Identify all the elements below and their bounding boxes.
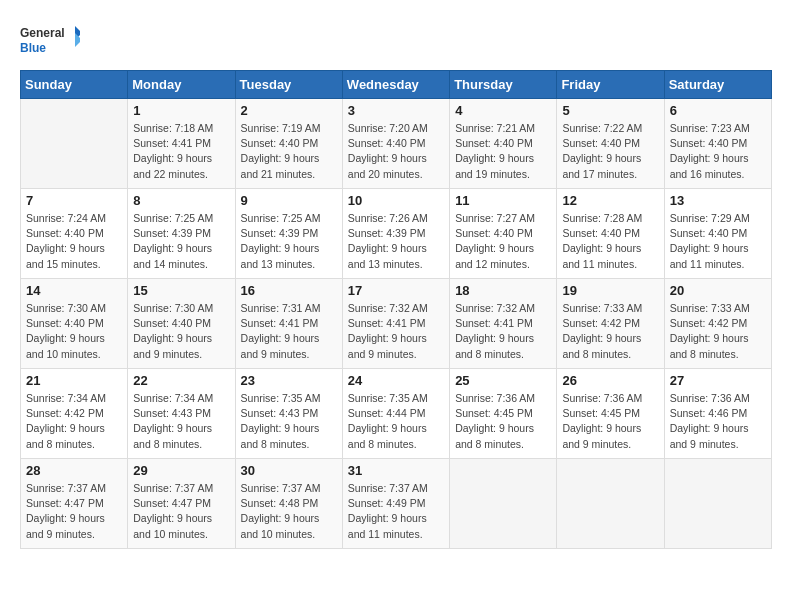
day-info: Sunrise: 7:37 AM Sunset: 4:49 PM Dayligh… [348, 481, 444, 542]
day-header-saturday: Saturday [664, 71, 771, 99]
day-number: 30 [241, 463, 337, 478]
calendar-cell: 30Sunrise: 7:37 AM Sunset: 4:48 PM Dayli… [235, 459, 342, 549]
calendar-cell: 1Sunrise: 7:18 AM Sunset: 4:41 PM Daylig… [128, 99, 235, 189]
day-header-thursday: Thursday [450, 71, 557, 99]
calendar-cell: 11Sunrise: 7:27 AM Sunset: 4:40 PM Dayli… [450, 189, 557, 279]
calendar-week-row: 1Sunrise: 7:18 AM Sunset: 4:41 PM Daylig… [21, 99, 772, 189]
day-info: Sunrise: 7:37 AM Sunset: 4:47 PM Dayligh… [133, 481, 229, 542]
calendar-cell: 29Sunrise: 7:37 AM Sunset: 4:47 PM Dayli… [128, 459, 235, 549]
calendar-cell: 28Sunrise: 7:37 AM Sunset: 4:47 PM Dayli… [21, 459, 128, 549]
svg-text:General: General [20, 26, 65, 40]
logo: General Blue [20, 20, 80, 60]
day-number: 4 [455, 103, 551, 118]
page-header: General Blue [20, 20, 772, 60]
day-info: Sunrise: 7:28 AM Sunset: 4:40 PM Dayligh… [562, 211, 658, 272]
day-number: 3 [348, 103, 444, 118]
calendar-cell: 23Sunrise: 7:35 AM Sunset: 4:43 PM Dayli… [235, 369, 342, 459]
calendar-cell: 25Sunrise: 7:36 AM Sunset: 4:45 PM Dayli… [450, 369, 557, 459]
day-info: Sunrise: 7:33 AM Sunset: 4:42 PM Dayligh… [562, 301, 658, 362]
day-number: 8 [133, 193, 229, 208]
day-number: 23 [241, 373, 337, 388]
day-info: Sunrise: 7:35 AM Sunset: 4:44 PM Dayligh… [348, 391, 444, 452]
day-info: Sunrise: 7:25 AM Sunset: 4:39 PM Dayligh… [241, 211, 337, 272]
calendar-cell: 22Sunrise: 7:34 AM Sunset: 4:43 PM Dayli… [128, 369, 235, 459]
day-info: Sunrise: 7:20 AM Sunset: 4:40 PM Dayligh… [348, 121, 444, 182]
calendar-week-row: 14Sunrise: 7:30 AM Sunset: 4:40 PM Dayli… [21, 279, 772, 369]
calendar-cell: 26Sunrise: 7:36 AM Sunset: 4:45 PM Dayli… [557, 369, 664, 459]
calendar-cell [664, 459, 771, 549]
day-info: Sunrise: 7:30 AM Sunset: 4:40 PM Dayligh… [133, 301, 229, 362]
calendar-table: SundayMondayTuesdayWednesdayThursdayFrid… [20, 70, 772, 549]
day-info: Sunrise: 7:22 AM Sunset: 4:40 PM Dayligh… [562, 121, 658, 182]
day-header-friday: Friday [557, 71, 664, 99]
day-header-tuesday: Tuesday [235, 71, 342, 99]
day-info: Sunrise: 7:18 AM Sunset: 4:41 PM Dayligh… [133, 121, 229, 182]
calendar-cell: 31Sunrise: 7:37 AM Sunset: 4:49 PM Dayli… [342, 459, 449, 549]
day-info: Sunrise: 7:27 AM Sunset: 4:40 PM Dayligh… [455, 211, 551, 272]
day-info: Sunrise: 7:35 AM Sunset: 4:43 PM Dayligh… [241, 391, 337, 452]
calendar-cell: 6Sunrise: 7:23 AM Sunset: 4:40 PM Daylig… [664, 99, 771, 189]
calendar-cell [21, 99, 128, 189]
calendar-cell: 15Sunrise: 7:30 AM Sunset: 4:40 PM Dayli… [128, 279, 235, 369]
day-info: Sunrise: 7:36 AM Sunset: 4:46 PM Dayligh… [670, 391, 766, 452]
day-info: Sunrise: 7:37 AM Sunset: 4:48 PM Dayligh… [241, 481, 337, 542]
day-number: 2 [241, 103, 337, 118]
calendar-cell: 24Sunrise: 7:35 AM Sunset: 4:44 PM Dayli… [342, 369, 449, 459]
calendar-cell: 10Sunrise: 7:26 AM Sunset: 4:39 PM Dayli… [342, 189, 449, 279]
calendar-cell: 2Sunrise: 7:19 AM Sunset: 4:40 PM Daylig… [235, 99, 342, 189]
day-number: 24 [348, 373, 444, 388]
calendar-cell [450, 459, 557, 549]
calendar-cell: 14Sunrise: 7:30 AM Sunset: 4:40 PM Dayli… [21, 279, 128, 369]
calendar-cell: 27Sunrise: 7:36 AM Sunset: 4:46 PM Dayli… [664, 369, 771, 459]
calendar-cell: 9Sunrise: 7:25 AM Sunset: 4:39 PM Daylig… [235, 189, 342, 279]
day-number: 17 [348, 283, 444, 298]
calendar-header-row: SundayMondayTuesdayWednesdayThursdayFrid… [21, 71, 772, 99]
svg-text:Blue: Blue [20, 41, 46, 55]
day-info: Sunrise: 7:37 AM Sunset: 4:47 PM Dayligh… [26, 481, 122, 542]
day-number: 15 [133, 283, 229, 298]
day-info: Sunrise: 7:32 AM Sunset: 4:41 PM Dayligh… [455, 301, 551, 362]
calendar-cell: 13Sunrise: 7:29 AM Sunset: 4:40 PM Dayli… [664, 189, 771, 279]
day-info: Sunrise: 7:34 AM Sunset: 4:42 PM Dayligh… [26, 391, 122, 452]
day-number: 5 [562, 103, 658, 118]
day-info: Sunrise: 7:34 AM Sunset: 4:43 PM Dayligh… [133, 391, 229, 452]
day-info: Sunrise: 7:33 AM Sunset: 4:42 PM Dayligh… [670, 301, 766, 362]
calendar-cell: 19Sunrise: 7:33 AM Sunset: 4:42 PM Dayli… [557, 279, 664, 369]
day-number: 28 [26, 463, 122, 478]
day-number: 7 [26, 193, 122, 208]
day-number: 16 [241, 283, 337, 298]
day-number: 25 [455, 373, 551, 388]
day-number: 1 [133, 103, 229, 118]
day-info: Sunrise: 7:31 AM Sunset: 4:41 PM Dayligh… [241, 301, 337, 362]
day-number: 31 [348, 463, 444, 478]
day-info: Sunrise: 7:23 AM Sunset: 4:40 PM Dayligh… [670, 121, 766, 182]
day-info: Sunrise: 7:19 AM Sunset: 4:40 PM Dayligh… [241, 121, 337, 182]
calendar-cell: 12Sunrise: 7:28 AM Sunset: 4:40 PM Dayli… [557, 189, 664, 279]
day-number: 20 [670, 283, 766, 298]
day-number: 12 [562, 193, 658, 208]
day-number: 10 [348, 193, 444, 208]
day-info: Sunrise: 7:29 AM Sunset: 4:40 PM Dayligh… [670, 211, 766, 272]
calendar-cell: 20Sunrise: 7:33 AM Sunset: 4:42 PM Dayli… [664, 279, 771, 369]
day-info: Sunrise: 7:21 AM Sunset: 4:40 PM Dayligh… [455, 121, 551, 182]
day-number: 18 [455, 283, 551, 298]
day-number: 6 [670, 103, 766, 118]
day-info: Sunrise: 7:36 AM Sunset: 4:45 PM Dayligh… [455, 391, 551, 452]
day-info: Sunrise: 7:24 AM Sunset: 4:40 PM Dayligh… [26, 211, 122, 272]
calendar-cell [557, 459, 664, 549]
day-number: 13 [670, 193, 766, 208]
day-number: 26 [562, 373, 658, 388]
day-info: Sunrise: 7:25 AM Sunset: 4:39 PM Dayligh… [133, 211, 229, 272]
calendar-cell: 18Sunrise: 7:32 AM Sunset: 4:41 PM Dayli… [450, 279, 557, 369]
day-info: Sunrise: 7:26 AM Sunset: 4:39 PM Dayligh… [348, 211, 444, 272]
calendar-cell: 4Sunrise: 7:21 AM Sunset: 4:40 PM Daylig… [450, 99, 557, 189]
calendar-cell: 17Sunrise: 7:32 AM Sunset: 4:41 PM Dayli… [342, 279, 449, 369]
calendar-cell: 3Sunrise: 7:20 AM Sunset: 4:40 PM Daylig… [342, 99, 449, 189]
calendar-cell: 8Sunrise: 7:25 AM Sunset: 4:39 PM Daylig… [128, 189, 235, 279]
calendar-cell: 21Sunrise: 7:34 AM Sunset: 4:42 PM Dayli… [21, 369, 128, 459]
day-header-monday: Monday [128, 71, 235, 99]
day-number: 11 [455, 193, 551, 208]
day-info: Sunrise: 7:32 AM Sunset: 4:41 PM Dayligh… [348, 301, 444, 362]
day-info: Sunrise: 7:36 AM Sunset: 4:45 PM Dayligh… [562, 391, 658, 452]
calendar-week-row: 7Sunrise: 7:24 AM Sunset: 4:40 PM Daylig… [21, 189, 772, 279]
